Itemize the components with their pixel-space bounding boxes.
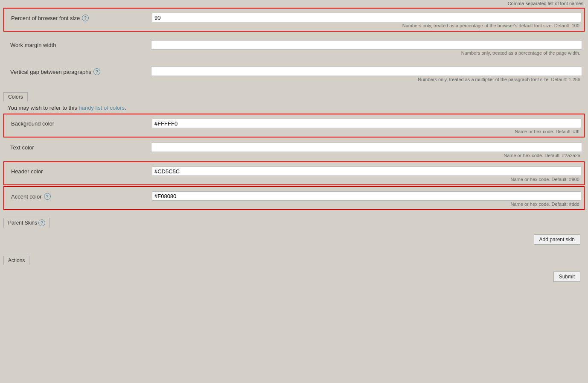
font-size-input-wrapper: Numbers only, treated as a percentage of… [152, 13, 581, 28]
actions-content: Submit [3, 265, 585, 286]
work-margin-hint: Numbers only, treated as a percentage of… [151, 50, 582, 56]
vertical-gap-hint: Numbers only, treated as a multiplier of… [151, 76, 582, 82]
font-size-help-icon[interactable]: ? [82, 15, 89, 21]
text-color-input-wrapper: Name or hex code. Default: #2a2a2a [151, 143, 582, 158]
text-color-field-row: Text color Name or hex code. Default: #2… [6, 140, 582, 159]
add-parent-skin-button[interactable]: Add parent skin [534, 234, 580, 245]
colors-intro: You may wish to refer to this handy list… [3, 101, 585, 114]
background-color-input[interactable] [152, 119, 581, 128]
work-margin-input-wrapper: Numbers only, treated as a percentage of… [151, 40, 582, 56]
colors-section: Colors You may wish to refer to this han… [0, 92, 588, 214]
font-size-section-highlight: Percent of browser font size ? Numbers o… [3, 8, 585, 32]
font-size-hint: Numbers only, treated as a percentage of… [152, 22, 581, 28]
background-color-hint: Name or hex code. Default: #fff [152, 128, 581, 134]
accent-color-input-wrapper: Name or hex code. Default: #ddd [152, 191, 581, 207]
text-color-hint: Name or hex code. Default: #2a2a2a [151, 152, 582, 158]
parent-skins-content: Add parent skin [3, 228, 585, 249]
actions-tab: Actions [3, 256, 29, 265]
background-color-input-wrapper: Name or hex code. Default: #fff [152, 119, 581, 134]
work-margin-input[interactable] [151, 40, 582, 50]
text-color-input[interactable] [151, 143, 582, 152]
accent-color-label: Accent color ? [7, 191, 152, 200]
vertical-gap-label: Vertical gap between paragraphs ? [6, 67, 151, 75]
parent-skins-tab: Parent Skins ? [3, 218, 50, 228]
work-margin-label: Work margin width [6, 40, 151, 48]
header-color-field-row: Header color Name or hex code. Default: … [7, 164, 581, 183]
vertical-gap-input[interactable] [151, 67, 582, 76]
colors-tab: Colors [3, 92, 28, 101]
header-color-input[interactable] [152, 167, 581, 176]
accent-color-help-icon[interactable]: ? [44, 193, 51, 200]
header-color-label: Header color [7, 167, 152, 175]
accent-color-input[interactable] [152, 191, 581, 201]
font-names-hint: Comma-separated list of font names. [508, 1, 585, 6]
font-size-input[interactable] [152, 13, 581, 22]
work-margin-section: Work margin width Numbers only, treated … [3, 36, 585, 58]
vertical-gap-section: Vertical gap between paragraphs ? Number… [3, 62, 585, 85]
text-color-label: Text color [6, 143, 151, 151]
background-color-highlight: Background color Name or hex code. Defau… [3, 114, 585, 137]
work-margin-field-row: Work margin width Numbers only, treated … [6, 38, 582, 56]
parent-skins-help-icon[interactable]: ? [38, 219, 45, 226]
accent-color-field-row: Accent color ? Name or hex code. Default… [7, 189, 581, 208]
vertical-gap-field-row: Vertical gap between paragraphs ? Number… [6, 64, 582, 83]
background-color-label: Background color [7, 119, 152, 127]
vertical-gap-help-icon[interactable]: ? [93, 68, 100, 75]
header-color-hint: Name or hex code. Default: #900 [152, 176, 581, 182]
handy-list-link[interactable]: handy list of colors [79, 105, 125, 111]
actions-section: Actions Submit [0, 256, 588, 289]
font-size-label: Percent of browser font size ? [7, 13, 152, 21]
background-color-field-row: Background color Name or hex code. Defau… [7, 116, 581, 135]
accent-color-hint: Name or hex code. Default: #ddd [152, 201, 581, 207]
parent-skins-section: Parent Skins ? Add parent skin [0, 218, 588, 252]
header-color-highlight: Header color Name or hex code. Default: … [3, 161, 585, 185]
accent-color-highlight: Accent color ? Name or hex code. Default… [3, 186, 585, 210]
text-color-section: Text color Name or hex code. Default: #2… [3, 138, 585, 161]
font-size-field-row: Percent of browser font size ? Numbers o… [7, 10, 581, 29]
header-color-input-wrapper: Name or hex code. Default: #900 [152, 167, 581, 182]
vertical-gap-input-wrapper: Numbers only, treated as a multiplier of… [151, 67, 582, 82]
submit-button[interactable]: Submit [553, 272, 580, 282]
